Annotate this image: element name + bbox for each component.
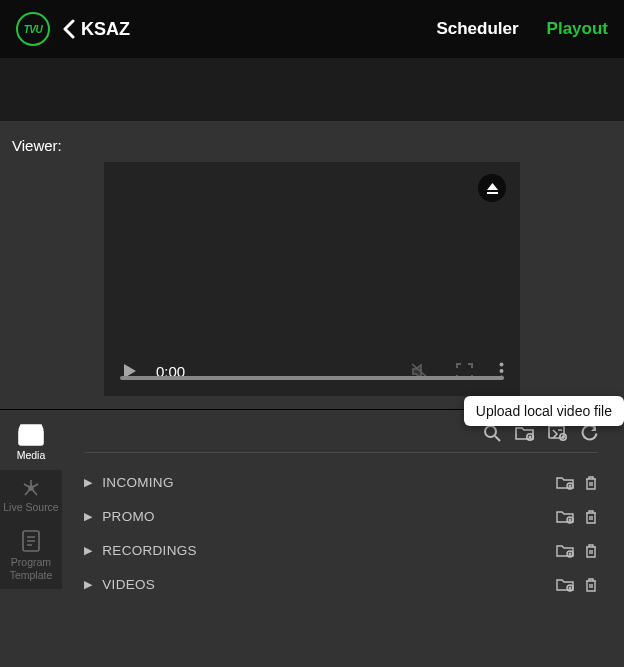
folder-add-icon[interactable]	[556, 509, 574, 524]
folder-row: ▶ INCOMING	[84, 465, 598, 499]
delete-icon[interactable]	[584, 475, 598, 490]
search-icon[interactable]	[483, 424, 501, 442]
nav-playout[interactable]: Playout	[547, 19, 608, 39]
nav-scheduler[interactable]: Scheduler	[436, 19, 518, 39]
folder-row: ▶ PROMO	[84, 499, 598, 533]
sidebar-item-label: Program Template	[2, 556, 60, 581]
media-panel: Upload local video file ▶ INCOMING	[62, 410, 624, 667]
folder-add-icon[interactable]	[556, 475, 574, 490]
svg-point-6	[485, 426, 496, 437]
svg-point-4	[29, 486, 33, 490]
folder-name[interactable]: INCOMING	[102, 475, 556, 490]
folder-name[interactable]: RECORDINGS	[102, 543, 556, 558]
folder-list: ▶ INCOMING ▶ PROMO ▶ RECORDINGS	[84, 453, 598, 601]
refresh-icon[interactable]	[581, 424, 598, 442]
lower-section: Media Live Source Program Template Uploa…	[0, 410, 624, 667]
sidebar-item-label: Media	[17, 449, 46, 462]
video-player[interactable]: 0:00	[104, 162, 520, 396]
sidebar-item-program-template[interactable]: Program Template	[0, 521, 62, 589]
new-folder-icon[interactable]	[515, 424, 534, 442]
expand-icon[interactable]: ▶	[84, 476, 92, 489]
svg-point-0	[500, 363, 504, 367]
back-chevron-icon[interactable]	[62, 19, 75, 39]
eject-button[interactable]	[478, 174, 506, 202]
folder-row: ▶ VIDEOS	[84, 567, 598, 601]
left-sidebar: Media Live Source Program Template	[0, 410, 62, 667]
folder-row: ▶ RECORDINGS	[84, 533, 598, 567]
player-controls: 0:00	[104, 346, 520, 396]
folder-name[interactable]: PROMO	[102, 509, 556, 524]
expand-icon[interactable]: ▶	[84, 544, 92, 557]
expand-icon[interactable]: ▶	[84, 510, 92, 523]
sub-bar	[0, 58, 624, 121]
upload-file-icon[interactable]	[548, 424, 567, 442]
sidebar-item-label: Live Source	[3, 501, 58, 514]
top-bar: TVU KSAZ Scheduler Playout	[0, 0, 624, 58]
expand-icon[interactable]: ▶	[84, 578, 92, 591]
sidebar-item-media[interactable]: Media	[0, 416, 62, 470]
folder-add-icon[interactable]	[556, 543, 574, 558]
delete-icon[interactable]	[584, 509, 598, 524]
svg-point-1	[500, 369, 504, 373]
tvu-logo: TVU	[16, 12, 50, 46]
viewer-section: Viewer: 0:00	[0, 121, 624, 409]
upload-tooltip: Upload local video file	[464, 396, 624, 426]
seek-bar[interactable]	[120, 376, 504, 380]
delete-icon[interactable]	[584, 543, 598, 558]
media-toolbar	[84, 424, 598, 453]
svg-rect-3	[19, 430, 43, 445]
folder-name[interactable]: VIDEOS	[102, 577, 556, 592]
viewer-label: Viewer:	[0, 133, 624, 162]
folder-add-icon[interactable]	[556, 577, 574, 592]
sidebar-item-live-source[interactable]: Live Source	[0, 470, 62, 522]
station-title: KSAZ	[81, 19, 130, 40]
delete-icon[interactable]	[584, 577, 598, 592]
